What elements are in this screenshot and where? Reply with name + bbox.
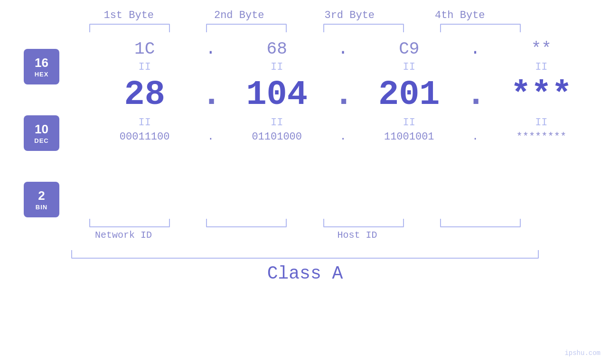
bin-value-4: ********	[489, 131, 593, 143]
dec-badge-label: DEC	[34, 137, 48, 144]
hex-value-4: **	[489, 39, 593, 59]
hex-dot-1: .	[201, 39, 220, 59]
bin-badge-number: 2	[38, 188, 45, 203]
dec-value-4: ***	[489, 75, 593, 114]
hex-badge-label: HEX	[35, 71, 49, 78]
bracket-bottom-4	[428, 219, 533, 227]
bin-values-row: 00011100 . 01101000 . 11001001 . *******…	[85, 131, 601, 143]
badges-column: 16 HEX 10 DEC 2 BIN	[24, 39, 76, 217]
bottom-brackets-row	[0, 219, 610, 227]
equals-4: II	[489, 61, 593, 73]
main-container: 1st Byte 2nd Byte 3rd Byte 4th Byte 16 H…	[0, 0, 610, 364]
bin-dot-2: .	[333, 131, 352, 143]
top-brackets-row	[0, 24, 610, 32]
class-bracket-bottom	[71, 250, 539, 259]
bin-value-2: 01101000	[225, 131, 329, 143]
byte-headers-row: 1st Byte 2nd Byte 3rd Byte 4th Byte	[0, 9, 610, 21]
byte-header-1: 1st Byte	[76, 9, 181, 21]
class-label: Class A	[71, 263, 539, 284]
dec-dot-2: .	[333, 75, 352, 114]
dec-value-1: 28	[93, 75, 197, 114]
bin-dot-3: .	[466, 131, 485, 143]
bracket-top-4	[428, 24, 533, 32]
hex-values-row: 1C . 68 . C9 . **	[85, 39, 601, 59]
hex-badge-number: 16	[35, 56, 48, 70]
hex-badge: 16 HEX	[24, 49, 59, 84]
byte-header-2: 2nd Byte	[187, 9, 291, 21]
bracket-bottom-3	[311, 219, 416, 227]
bin-dot-1: .	[201, 131, 220, 143]
equals-3: II	[357, 61, 461, 73]
dec-badge: 10 DEC	[24, 115, 59, 151]
bracket-bottom-2	[194, 219, 299, 227]
bracket-top-1	[77, 24, 182, 32]
equals-2: II	[225, 61, 329, 73]
equals-7: II	[357, 117, 461, 129]
equals-6: II	[225, 117, 329, 129]
bin-value-3: 11001001	[357, 131, 461, 143]
network-id-label: Network ID	[71, 230, 176, 241]
equals-5: II	[93, 117, 197, 129]
dec-value-3: 201	[357, 75, 461, 114]
class-section: Class A	[0, 250, 610, 284]
bin-badge-label: BIN	[36, 204, 47, 211]
equals-8: II	[489, 117, 593, 129]
dec-dot-1: .	[201, 75, 220, 114]
values-grid: 1C . 68 . C9 . ** II II II II 28	[85, 39, 601, 143]
host-id-label: Host ID	[176, 230, 539, 241]
equals-row-2: II II II II	[85, 114, 601, 131]
hex-dot-2: .	[333, 39, 352, 59]
equals-row-1: II II II II	[85, 59, 601, 75]
dec-badge-number: 10	[35, 122, 48, 137]
dec-dot-3: .	[466, 75, 485, 114]
bracket-top-2	[194, 24, 299, 32]
dec-values-row: 28 . 104 . 201 . ***	[85, 75, 601, 114]
hex-value-2: 68	[225, 39, 329, 59]
byte-header-4: 4th Byte	[408, 9, 512, 21]
bin-value-1: 00011100	[93, 131, 197, 143]
id-labels-row: Network ID Host ID	[0, 230, 610, 241]
hex-value-3: C9	[357, 39, 461, 59]
equals-1: II	[93, 61, 197, 73]
hex-dot-3: .	[466, 39, 485, 59]
bracket-bottom-1	[77, 219, 182, 227]
byte-header-3: 3rd Byte	[297, 9, 402, 21]
bracket-top-3	[311, 24, 416, 32]
hex-value-1: 1C	[93, 39, 197, 59]
watermark: ipshu.com	[564, 349, 601, 357]
main-content-area: 16 HEX 10 DEC 2 BIN 1C . 68 . C9 . **	[0, 39, 610, 217]
bin-badge: 2 BIN	[24, 182, 59, 217]
dec-value-2: 104	[225, 75, 329, 114]
